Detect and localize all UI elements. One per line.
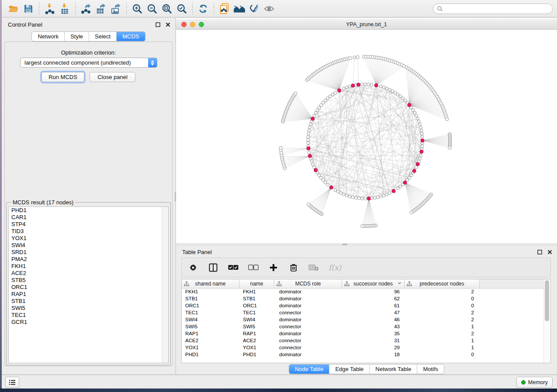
export-network-icon[interactable]: [79, 2, 93, 15]
mcds-result-item[interactable]: SRD1: [9, 249, 168, 256]
horizontal-splitter-handle[interactable]: [342, 244, 347, 245]
search-box[interactable]: [433, 3, 553, 14]
mcds-result-item[interactable]: YOX1: [9, 235, 168, 242]
zoom-fit-icon[interactable]: [159, 2, 174, 15]
table-row[interactable]: ORC1ORC1dominator610: [182, 302, 544, 309]
memory-button[interactable]: Memory: [516, 377, 553, 388]
table-cell: connector: [274, 324, 342, 329]
tab-edge-table[interactable]: Edge Table: [329, 364, 369, 374]
mcds-result-item[interactable]: RAP1: [9, 291, 168, 298]
settings-gear-icon[interactable]: [188, 262, 198, 273]
table-cell: TEC1: [239, 310, 274, 315]
mcds-result-item[interactable]: PHD1: [9, 207, 168, 214]
task-history-button[interactable]: [5, 377, 19, 388]
table-cell: ACE2: [239, 338, 274, 343]
table-row[interactable]: STB1STB1dominator620: [182, 295, 544, 302]
search-input[interactable]: [443, 5, 549, 12]
mcds-result-legend: MCDS result (17 nodes): [11, 199, 75, 206]
close-panel-button[interactable]: Close panel: [90, 72, 135, 82]
deselect-all-checkboxes-icon[interactable]: [248, 262, 259, 273]
zoom-out-icon[interactable]: [145, 2, 159, 15]
select-all-checkboxes-icon[interactable]: [228, 262, 239, 273]
zoom-selected-icon[interactable]: [174, 2, 189, 15]
eye-icon[interactable]: [262, 2, 277, 15]
float-panel-icon[interactable]: [155, 22, 161, 28]
table-cell: 0: [405, 303, 480, 308]
import-network-icon[interactable]: [42, 2, 57, 15]
mcds-result-item[interactable]: STP4: [9, 221, 168, 228]
table-row[interactable]: FKH1FKH1dominator962: [182, 288, 544, 295]
optimization-criterion-select[interactable]: largest connected component (undirected): [20, 58, 157, 68]
mcds-result-item[interactable]: PMA2: [9, 256, 168, 263]
column-header-predecessor-nodes[interactable]: predecessor nodes: [405, 279, 480, 288]
tab-node-table[interactable]: Node Table: [289, 364, 329, 374]
export-image-icon[interactable]: [108, 2, 123, 15]
table-cell: 0: [405, 296, 480, 301]
open-file-icon[interactable]: [6, 2, 21, 15]
table-row[interactable]: PHD1PHD1dominator180: [182, 351, 544, 358]
save-session-icon[interactable]: [21, 2, 36, 15]
refresh-icon[interactable]: [196, 2, 211, 15]
mcds-result-item[interactable]: CAR1: [9, 214, 168, 221]
main-toolbar: [2, 0, 557, 17]
export-table-icon[interactable]: [93, 2, 108, 15]
table-cell: 1: [405, 324, 480, 329]
column-header-mcds-role[interactable]: MCDS role: [274, 279, 342, 288]
table-row[interactable]: YOX1YOX1connector291: [182, 344, 544, 351]
run-mcds-button[interactable]: Run MCDS: [42, 72, 84, 82]
mcds-result-item[interactable]: STB1: [9, 298, 168, 305]
delete-table-icon[interactable]: [308, 262, 319, 273]
tab-network-table[interactable]: Network Table: [369, 364, 417, 374]
column-header-shared-name[interactable]: shared name: [182, 279, 239, 288]
table-scrollbar-thumb[interactable]: [545, 280, 549, 321]
vizmapper-icon[interactable]: [247, 2, 262, 15]
tab-mcds[interactable]: MCDS: [116, 32, 145, 41]
attribute-type-icon: [184, 281, 189, 286]
table-row[interactable]: ACE2ACE2connector311: [182, 337, 544, 344]
column-header-successor-nodes[interactable]: successor nodes: [342, 279, 405, 288]
table-cell: 43: [342, 324, 405, 329]
network-graph[interactable]: [176, 30, 557, 243]
table-panel-title: Table Panel: [182, 249, 212, 255]
mcds-list-scrollbar[interactable]: [162, 207, 168, 363]
table-row[interactable]: SWI5SWI5connector431: [182, 323, 544, 330]
optimization-criterion-value: largest connected component (undirected): [21, 59, 148, 66]
split-columns-icon[interactable]: [208, 262, 218, 273]
mcds-result-item[interactable]: SWI5: [9, 305, 168, 312]
close-panel-icon[interactable]: [165, 22, 171, 28]
mcds-result-item[interactable]: STB5: [9, 277, 168, 284]
function-builder-icon[interactable]: f(x): [329, 263, 341, 272]
mcds-result-list[interactable]: PHD1CAR1STP4TID3YOX1SWI4SRD1PMA2FKH1ACE2…: [8, 206, 169, 363]
mcds-result-item[interactable]: GCR1: [9, 319, 168, 326]
mcds-result-item[interactable]: FKH1: [9, 263, 168, 270]
close-panel-icon[interactable]: [547, 249, 553, 255]
mcds-result-item[interactable]: TID3: [9, 228, 168, 235]
table-cell: STB1: [239, 296, 274, 301]
share-document-icon[interactable]: [217, 2, 232, 15]
tab-select[interactable]: Select: [89, 32, 116, 41]
tab-motifs[interactable]: Motifs: [417, 364, 444, 374]
float-panel-icon[interactable]: [537, 249, 543, 255]
table-scrollbar[interactable]: [543, 279, 550, 363]
table-cell: PHD1: [239, 352, 274, 357]
table-cell: 96: [342, 289, 405, 294]
zoom-in-icon[interactable]: [130, 2, 145, 15]
mcds-result-item[interactable]: ACE2: [9, 270, 168, 277]
network-titlebar[interactable]: YPA_prune.txt_1: [176, 19, 557, 30]
delete-column-icon[interactable]: [288, 262, 299, 273]
table-toolbar: f(x): [181, 258, 551, 277]
add-column-icon[interactable]: [268, 262, 279, 273]
column-header-name[interactable]: name: [239, 279, 274, 288]
tab-network[interactable]: Network: [32, 32, 64, 41]
node-table: shared name name MCDS role successor nod…: [181, 279, 551, 363]
mcds-result-item[interactable]: ORC1: [9, 284, 168, 291]
table-row[interactable]: RAP1RAP1dominator352: [182, 330, 544, 337]
table-cell: PHD1: [182, 352, 239, 357]
tab-style[interactable]: Style: [64, 32, 89, 41]
mcds-result-item[interactable]: TEC1: [9, 312, 168, 319]
table-row[interactable]: TEC1TEC1connector472: [182, 309, 544, 316]
import-table-icon[interactable]: [57, 2, 72, 15]
table-row[interactable]: SWI4SWI4dominator462: [182, 316, 544, 323]
network-home-icon[interactable]: [232, 2, 247, 15]
mcds-result-item[interactable]: SWI4: [9, 242, 168, 249]
